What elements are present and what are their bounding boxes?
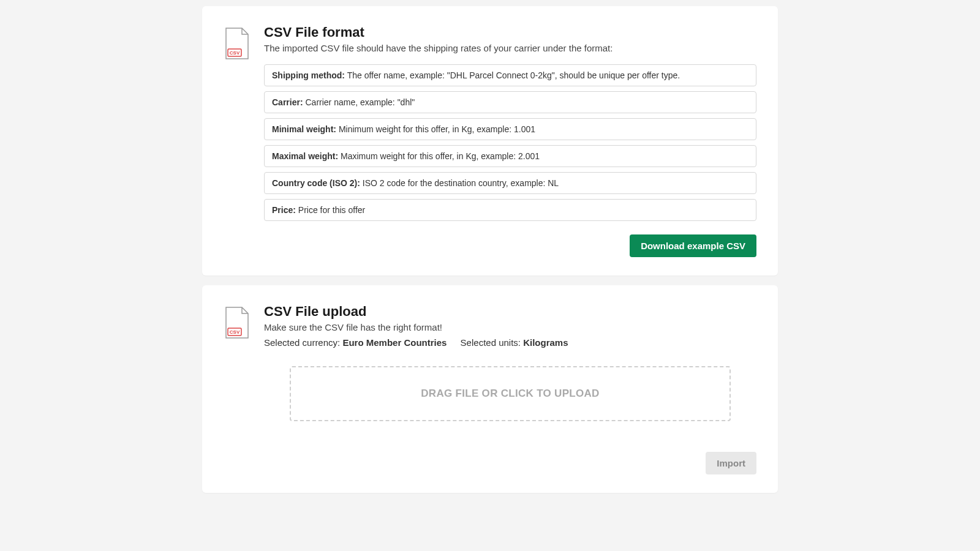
upload-metadata: Selected currency: Euro Member Countries… bbox=[264, 337, 756, 348]
csv-upload-card: CSV CSV File upload Make sure the CSV fi… bbox=[202, 285, 778, 493]
format-title: CSV File format bbox=[264, 24, 756, 40]
import-button[interactable]: Import bbox=[706, 452, 756, 474]
file-dropzone[interactable]: DRAG FILE OR CLICK TO UPLOAD bbox=[290, 366, 731, 421]
csv-file-icon: CSV bbox=[224, 27, 251, 60]
selected-units-value: Kilograms bbox=[523, 337, 568, 348]
field-item: Country code (ISO 2): ISO 2 code for the… bbox=[264, 172, 756, 194]
field-item: Carrier: Carrier name, example: "dhl" bbox=[264, 91, 756, 113]
svg-text:CSV: CSV bbox=[230, 329, 240, 335]
field-item: Maximal weight: Maximum weight for this … bbox=[264, 145, 756, 167]
format-subtitle: The imported CSV file should have the sh… bbox=[264, 43, 756, 53]
field-item: Price: Price for this offer bbox=[264, 199, 756, 221]
format-field-list: Shipping method: The offer name, example… bbox=[264, 64, 756, 221]
upload-title: CSV File upload bbox=[264, 304, 756, 320]
selected-currency-value: Euro Member Countries bbox=[342, 337, 447, 348]
upload-subtitle: Make sure the CSV file has the right for… bbox=[264, 322, 756, 332]
csv-format-card: CSV CSV File format The imported CSV fil… bbox=[202, 6, 778, 276]
field-item: Minimal weight: Minimum weight for this … bbox=[264, 118, 756, 140]
csv-file-icon: CSV bbox=[224, 306, 251, 339]
svg-text:CSV: CSV bbox=[230, 50, 240, 56]
download-example-csv-button[interactable]: Download example CSV bbox=[630, 234, 756, 257]
field-item: Shipping method: The offer name, example… bbox=[264, 64, 756, 86]
